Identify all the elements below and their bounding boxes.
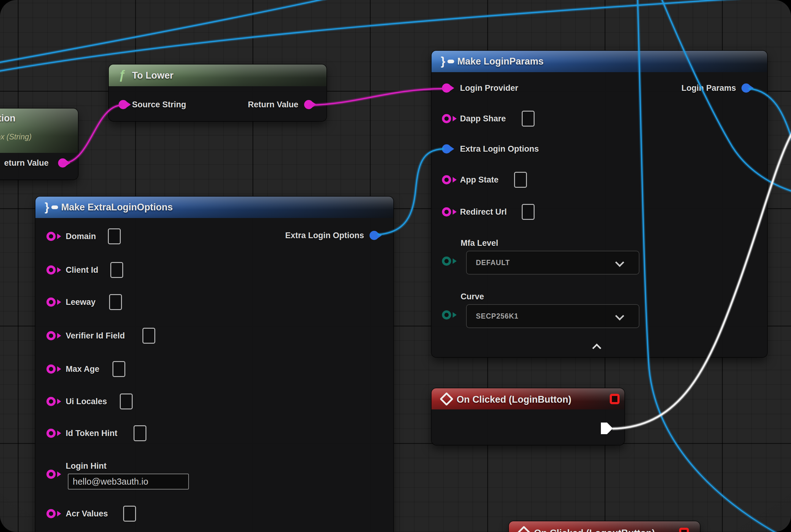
checkbox-leeway[interactable]: [109, 294, 122, 310]
event-diamond-icon: [518, 526, 530, 532]
output-pin-return-value[interactable]: [304, 100, 313, 109]
pin-label-return-value: eturn Value: [4, 158, 49, 168]
input-pin-id-token-hint[interactable]: [46, 429, 56, 438]
input-pin-domain[interactable]: [46, 232, 56, 241]
node-title: tion: [0, 113, 16, 124]
pin-label-login-provider: Login Provider: [460, 83, 518, 93]
output-pin-extra-login-options[interactable]: [369, 231, 379, 240]
node-to-lower[interactable]: ƒ To Lower Source String Return Value: [109, 64, 326, 121]
mfa-level-value: DEFAULT: [476, 259, 510, 267]
node-make-extraloginoptions[interactable]: } Make ExtraLoginOptions Extra Login Opt…: [36, 196, 393, 532]
make-struct-icon: }: [441, 55, 455, 68]
input-pin-max-age[interactable]: [46, 364, 56, 374]
input-pin-login-provider[interactable]: [442, 83, 451, 93]
pin-label-id-token-hint: Id Token Hint: [66, 429, 117, 438]
input-pin-source-string[interactable]: [119, 100, 128, 109]
pin-label-max-age: Max Age: [66, 364, 99, 374]
pin-label-leeway: Leeway: [66, 298, 96, 307]
checkbox-verifier-id-field[interactable]: [142, 328, 155, 344]
node-get-text-partial[interactable]: tion ox (String) eturn Value: [0, 109, 78, 179]
input-pin-mfa-level[interactable]: [442, 256, 451, 266]
pin-label-dapp-share: Dapp Share: [460, 114, 506, 124]
node-header[interactable]: tion ox (String): [0, 109, 78, 153]
pin-label-redirect-url: Redirect Url: [460, 207, 507, 217]
login-hint-input[interactable]: [68, 474, 189, 490]
mfa-level-dropdown[interactable]: DEFAULT: [466, 251, 639, 274]
checkbox-id-token-hint[interactable]: [134, 425, 147, 441]
pin-label-mfa-level: Mfa Level: [461, 239, 498, 248]
pin-label-ui-locales: Ui Locales: [66, 397, 107, 406]
node-on-clicked-logoutbutton[interactable]: On Clicked (LogoutButton): [509, 521, 700, 532]
node-title: On Clicked (LogoutButton): [534, 528, 655, 532]
checkbox-acr-values[interactable]: [123, 506, 136, 521]
chevron-down-icon: [615, 258, 624, 267]
node-title: Make ExtraLoginOptions: [61, 202, 173, 213]
input-pin-verifier-id-field[interactable]: [46, 331, 56, 340]
pin-label-login-hint: Login Hint: [66, 461, 107, 471]
pin-label-login-params: Login Params: [681, 83, 736, 93]
delegate-pin[interactable]: [679, 528, 689, 532]
input-pin-extra-login-options[interactable]: [442, 144, 451, 153]
pin-label-curve: Curve: [461, 292, 484, 302]
svg-text:}: }: [45, 201, 49, 213]
node-header[interactable]: On Clicked (LogoutButton): [509, 521, 700, 532]
node-make-loginparams[interactable]: } Make LoginParams Login Params Login Pr…: [431, 51, 767, 357]
input-pin-leeway[interactable]: [46, 298, 56, 307]
delegate-pin[interactable]: [610, 394, 619, 404]
input-pin-curve[interactable]: [442, 310, 451, 320]
node-header[interactable]: ƒ To Lower: [109, 64, 326, 86]
output-pin-login-params[interactable]: [741, 83, 751, 93]
input-pin-redirect-url[interactable]: [442, 207, 451, 216]
make-struct-icon: }: [45, 201, 59, 213]
checkbox-domain[interactable]: [108, 228, 121, 244]
curve-value: SECP256K1: [476, 312, 518, 320]
pin-label-extra-login-options: Extra Login Options: [460, 144, 539, 154]
input-pin-app-state[interactable]: [442, 175, 451, 184]
node-on-clicked-loginbutton[interactable]: On Clicked (LoginButton): [431, 388, 624, 445]
node-subtitle: ox (String): [0, 132, 32, 141]
event-diamond-icon: [440, 393, 453, 405]
input-pin-acr-values[interactable]: [46, 509, 56, 518]
curve-dropdown[interactable]: SECP256K1: [466, 304, 639, 328]
pin-label-acr-values: Acr Values: [66, 509, 108, 518]
pin-label-return-value: Return Value: [248, 100, 298, 110]
node-title: Make LoginParams: [457, 56, 544, 67]
checkbox-ui-locales[interactable]: [120, 394, 133, 410]
pin-label-verifier-id-field: Verifier Id Field: [66, 331, 125, 341]
checkbox-app-state[interactable]: [514, 172, 527, 188]
pin-label-extra-login-options: Extra Login Options: [285, 231, 364, 240]
output-pin-return-value[interactable]: [58, 158, 67, 168]
checkbox-client-id[interactable]: [110, 262, 123, 278]
node-title: To Lower: [132, 70, 173, 81]
input-pin-dapp-share[interactable]: [442, 114, 451, 123]
node-title: On Clicked (LoginButton): [457, 394, 571, 405]
chevron-down-icon: [615, 311, 624, 321]
pin-label-domain: Domain: [66, 232, 96, 241]
checkbox-redirect-url[interactable]: [522, 204, 535, 220]
function-icon: ƒ: [119, 69, 125, 81]
pin-label-client-id: Client Id: [66, 265, 98, 275]
pin-label-app-state: App State: [460, 175, 499, 185]
node-header[interactable]: On Clicked (LoginButton): [431, 388, 624, 410]
checkbox-dapp-share[interactable]: [522, 111, 535, 127]
input-pin-client-id[interactable]: [46, 265, 56, 274]
exec-output-pin[interactable]: [600, 422, 614, 435]
checkbox-max-age[interactable]: [113, 361, 125, 377]
pin-label-source-string: Source String: [132, 100, 186, 110]
input-pin-ui-locales[interactable]: [46, 397, 56, 406]
blueprint-graph-canvas[interactable]: tion ox (String) eturn Value ƒ To Lower …: [0, 0, 791, 532]
svg-text:}: }: [441, 55, 445, 68]
input-pin-login-hint[interactable]: [46, 470, 56, 479]
